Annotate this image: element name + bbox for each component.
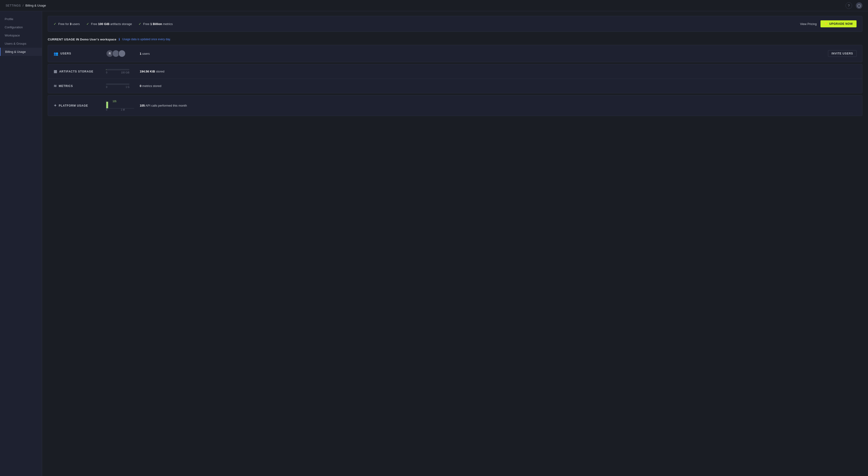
user-icon: ◯ — [857, 4, 861, 7]
avatar-2 — [118, 50, 126, 57]
section-title: CURRENT USAGE IN Demo User's workspace ℹ… — [48, 37, 862, 41]
platform-row: ✦ PLATFORM USAGE 105 0 1 M 105 API calls… — [48, 95, 862, 116]
sidebar-item-profile[interactable]: Profile — [0, 15, 42, 23]
usage-info-text: Usage data is updated once every day. — [122, 38, 170, 41]
free-item-users: ✓ Free for 3 users — [54, 22, 80, 26]
users-card: 👥 USERS R 1 users INVITE USERS — [48, 45, 862, 62]
metrics-progress-labels: 0 1 G — [106, 86, 129, 89]
view-pricing-button[interactable]: View Pricing — [800, 22, 816, 26]
metrics-icon: ≋ — [54, 84, 57, 88]
sidebar-label-billing: Billing & Usage — [5, 50, 26, 54]
sidebar-item-billing[interactable]: Billing & Usage — [0, 48, 42, 56]
breadcrumb: SETTINGS / Billing & Usage — [6, 4, 46, 7]
platform-chart: 105 0 1 M — [106, 100, 134, 111]
artifacts-progress-labels: 0 100 GiB — [106, 71, 129, 74]
free-item-metrics: ✓ Free 1 Billion metrics — [138, 22, 173, 26]
free-item-storage: ✓ Free 100 GiB artifacts storage — [86, 22, 132, 26]
platform-card: ✦ PLATFORM USAGE 105 0 1 M 105 API calls… — [48, 95, 862, 116]
platform-icon: ✦ — [54, 103, 57, 108]
metrics-label: ≋ METRICS — [54, 84, 100, 88]
platform-chart-inner — [106, 100, 134, 108]
bolt-icon: ⚡ — [824, 22, 828, 26]
upgrade-now-button[interactable]: ⚡ UPGRADE NOW — [820, 20, 857, 27]
free-metrics-text: Free 1 Billion metrics — [143, 22, 173, 26]
free-banner-items: ✓ Free for 3 users ✓ Free 100 GiB artifa… — [54, 22, 173, 26]
artifacts-icon: ▦ — [54, 69, 57, 74]
free-banner: ✓ Free for 3 users ✓ Free 100 GiB artifa… — [48, 16, 862, 32]
sidebar-item-configuration[interactable]: Configuration — [0, 23, 42, 31]
top-header: SETTINGS / Billing & Usage ? ◯ — [0, 0, 868, 11]
metrics-value: 0 metrics stored — [140, 84, 857, 88]
sidebar-label-configuration: Configuration — [5, 26, 23, 29]
sidebar-item-users-groups[interactable]: Users & Groups — [0, 39, 42, 48]
platform-bar-fill — [106, 102, 108, 108]
help-button[interactable]: ? — [845, 2, 852, 9]
platform-bar-label: 105 — [113, 100, 117, 103]
users-label: 👥 USERS — [54, 52, 100, 56]
artifacts-label: ▦ ARTIFACTS STORAGE — [54, 69, 100, 74]
current-usage-label: CURRENT USAGE IN Demo User's workspace — [48, 38, 116, 41]
breadcrumb-separator: / — [23, 4, 24, 7]
free-users-text: Free for 3 users — [58, 22, 80, 26]
metrics-progress: 0 1 G — [106, 83, 134, 89]
users-icon: 👥 — [54, 52, 59, 56]
breadcrumb-current: Billing & Usage — [25, 4, 46, 7]
artifacts-row: ▦ ARTIFACTS STORAGE 0 100 GiB 194.56 KiB… — [48, 64, 862, 79]
info-icon: ℹ — [119, 37, 120, 41]
sidebar: Profile Configuration Workspace Users & … — [0, 11, 42, 476]
users-avatars: R — [106, 50, 134, 57]
header-actions: ? ◯ — [845, 2, 862, 9]
check-icon-metrics: ✓ — [138, 22, 141, 26]
artifacts-progress-bar — [106, 69, 129, 70]
sidebar-label-workspace: Workspace — [5, 34, 20, 37]
help-icon: ? — [848, 4, 850, 7]
storage-metrics-card: ▦ ARTIFACTS STORAGE 0 100 GiB 194.56 KiB… — [48, 64, 862, 93]
sidebar-label-profile: Profile — [5, 17, 13, 21]
free-storage-text: Free 100 GiB artifacts storage — [91, 22, 132, 26]
user-avatar-button[interactable]: ◯ — [856, 2, 862, 9]
sidebar-label-users-groups: Users & Groups — [5, 42, 26, 45]
main-content: ✓ Free for 3 users ✓ Free 100 GiB artifa… — [42, 11, 868, 476]
platform-label: ✦ PLATFORM USAGE — [54, 103, 100, 108]
metrics-row: ≋ METRICS 0 1 G 0 metrics stored — [48, 79, 862, 93]
metrics-progress-bar — [106, 83, 129, 85]
invite-users-button[interactable]: INVITE USERS — [828, 50, 857, 57]
platform-value: 105 API calls performed this month — [140, 104, 857, 107]
users-row: 👥 USERS R 1 users INVITE USERS — [48, 45, 862, 62]
users-count: 1 users — [140, 52, 823, 56]
artifacts-progress: 0 100 GiB — [106, 69, 134, 74]
sidebar-item-workspace[interactable]: Workspace — [0, 31, 42, 39]
artifacts-value: 194.56 KiB stored — [140, 70, 857, 73]
check-icon-users: ✓ — [54, 22, 56, 26]
breadcrumb-settings: SETTINGS — [6, 4, 21, 7]
platform-chart-labels: 0 1 M — [106, 108, 125, 111]
free-banner-actions: View Pricing ⚡ UPGRADE NOW — [800, 20, 857, 27]
check-icon-storage: ✓ — [86, 22, 89, 26]
layout: Profile Configuration Workspace Users & … — [0, 11, 868, 476]
